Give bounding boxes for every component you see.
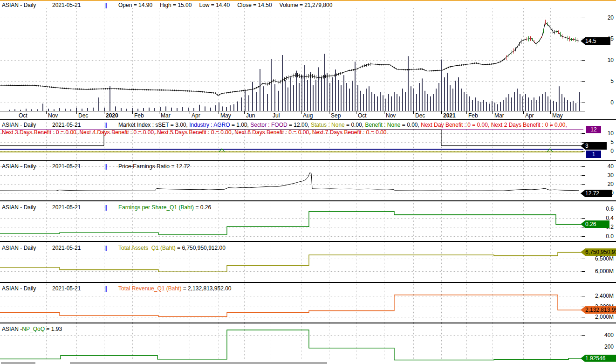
volume-bar <box>226 107 227 111</box>
volume-bar <box>520 94 520 111</box>
horizontal-scrollbar[interactable] <box>0 362 616 364</box>
header-field-part: Total Assets_Q1 (Baht) <box>118 245 176 251</box>
npqoq-value-badge: 1.92546 <box>581 355 616 362</box>
symbol-label: ASIAN - <box>2 326 22 332</box>
header-field-part: Benefit : None <box>365 122 400 128</box>
panel-header-price: ASIAN - Daily2021-05-21||Open = 14.90Hig… <box>2 2 340 8</box>
volume-bar <box>458 77 459 111</box>
volume-bar <box>413 89 414 111</box>
volume-bar <box>548 96 548 111</box>
volume-bar <box>522 96 523 111</box>
header-field-part: = 1.93 <box>45 326 62 332</box>
benefit-value-badge: 12 <box>586 126 601 133</box>
header-field-part: Next 5 Days Benefit : 0 = 0.00 <box>157 129 232 136</box>
volume-bar <box>313 85 314 111</box>
volume-bar <box>321 77 322 111</box>
volume-bar <box>245 89 246 111</box>
npqoq-step-line <box>0 330 583 360</box>
volume-bar <box>517 89 518 111</box>
volume-bar <box>478 101 479 111</box>
volume-bar <box>256 92 257 111</box>
volume-bar <box>230 105 231 111</box>
volume-bar <box>182 107 183 111</box>
volume-bar <box>267 94 268 111</box>
month-label: Dec <box>78 112 88 119</box>
volume-bar <box>388 94 389 111</box>
volume-bar <box>137 109 138 111</box>
symbol-label: ASIAN - Daily <box>2 2 52 8</box>
header-field-part: = 12.00 <box>287 122 308 128</box>
symbol-label: ASIAN - Daily <box>2 121 52 129</box>
volume-bar <box>110 86 110 111</box>
revenue-step-line <box>0 295 583 317</box>
header-field: Next 4 Days Benefit : 0 = 0.00, <box>79 129 157 136</box>
header-field: Benefit : None = 0.00, <box>365 122 421 128</box>
header-field: Sector : FOOD = 12.00, <box>250 122 311 128</box>
volume-bar <box>369 86 370 111</box>
volume-bar <box>287 88 288 111</box>
volume-bar <box>352 81 353 111</box>
volume-bar <box>419 83 420 111</box>
volume-bar <box>447 73 448 111</box>
header-field-part: Industry : AGRO <box>189 122 230 128</box>
y-tick-label: 20 <box>586 180 614 188</box>
volume-bar <box>357 85 358 111</box>
pipe-separator: || <box>104 285 118 292</box>
volume-bar <box>525 94 526 111</box>
volume-bar <box>503 100 504 111</box>
volume-bar <box>391 96 392 111</box>
assets-step-line <box>0 252 583 272</box>
month-label: Aug <box>303 112 313 119</box>
volume-bar <box>531 100 532 111</box>
scrollbar-thumb[interactable] <box>1 362 35 364</box>
header-field-part: = 2,132,813,952.00 <box>181 285 231 292</box>
y-tick-label: 5 <box>586 77 614 85</box>
volume-bar <box>171 108 172 111</box>
volume-bar <box>422 78 423 111</box>
volume-bar <box>506 97 506 111</box>
volume-bar <box>452 89 453 111</box>
month-label: Apr <box>525 112 534 119</box>
volume-bar <box>556 102 557 111</box>
volume-bar <box>402 89 403 111</box>
symbol-label: ASIAN - Daily <box>2 285 52 292</box>
volume-bar <box>193 108 194 111</box>
symbol-label: ASIAN - Daily <box>2 163 52 170</box>
volume-bar <box>282 55 283 111</box>
header-field-part: High = 15.00 <box>160 2 192 8</box>
volume-bar <box>165 106 166 111</box>
date-label: 2021-05-21 <box>52 2 104 8</box>
volume-bar <box>397 94 397 111</box>
volume-bar <box>561 94 562 111</box>
volume-bar <box>293 85 294 111</box>
month-label: 2021 <box>443 112 456 119</box>
volume-bar <box>363 94 364 111</box>
pipe-separator: || <box>104 163 118 170</box>
date-label: 2021-05-21 <box>52 163 104 170</box>
comma: , <box>488 122 491 128</box>
scrollbar-thumb[interactable] <box>70 362 327 364</box>
date-label: 2021-05-21 <box>52 121 104 129</box>
volume-bar <box>427 94 428 111</box>
volume-bar <box>241 97 242 111</box>
volume-bar <box>290 77 291 111</box>
volume-bar <box>550 100 551 111</box>
header-field-part: Status : None <box>311 122 345 128</box>
volume-bar <box>149 108 150 111</box>
volume-bar <box>318 67 319 111</box>
volume-bar <box>160 107 161 111</box>
header-field: Industry : AGRO = 1.00, <box>189 122 250 128</box>
volume-bar <box>492 101 493 111</box>
header-field-part: Next 3 Days Benefit : 0 = 0.00 <box>2 129 76 136</box>
header-field-part: Market Index : sSET = 3.00 <box>118 122 186 128</box>
header-field-part: Open = 14.90 <box>118 2 152 8</box>
volume-bar <box>248 95 249 111</box>
month-label: Feb <box>134 112 144 119</box>
month-label: Mar <box>161 112 171 119</box>
revenue-value-badge: 2,132,813,952.00 <box>581 306 616 314</box>
volume-bar <box>534 97 534 111</box>
pipe-separator: || <box>104 2 118 8</box>
header-field-part: Low = 14.40 <box>199 2 230 8</box>
volume-bar <box>567 100 568 111</box>
month-label: Jul <box>273 112 280 119</box>
